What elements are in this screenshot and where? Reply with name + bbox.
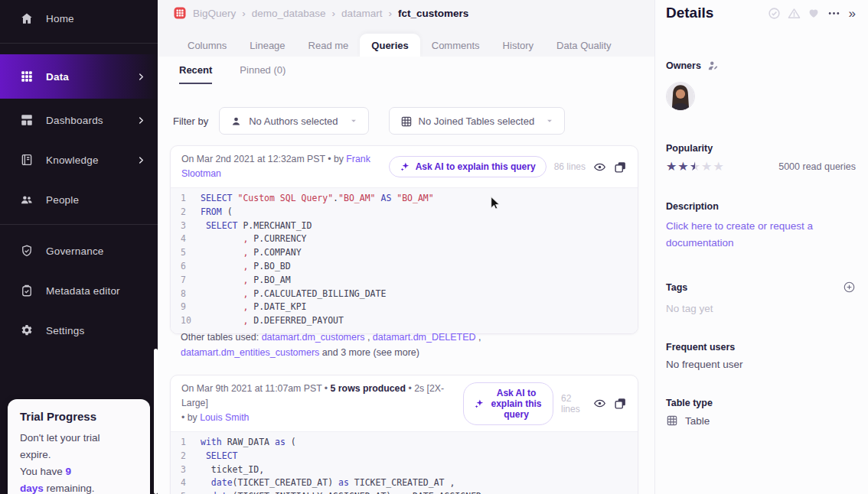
sidebar-divider (0, 224, 158, 225)
related-table-link[interactable]: datamart.dm_DELETED (373, 332, 476, 343)
breadcrumb-separator: › (242, 8, 246, 19)
table-grid-icon (666, 414, 678, 427)
code-line: 2FROM ( (171, 206, 638, 219)
trial-line1b: expire. (20, 449, 51, 460)
star-icon: ★ (713, 160, 724, 173)
owner-avatar[interactable] (666, 82, 695, 111)
code-text: , P.CURRENCY (201, 232, 307, 246)
breadcrumb-schema[interactable]: datamart (341, 8, 382, 19)
tab-read-me[interactable]: Read me (297, 34, 361, 59)
filter-row: Filter by No Authors selected No Joined … (173, 107, 574, 135)
ask-ai-button[interactable]: Ask AI to explain this query (389, 156, 547, 177)
line-number: 3 (171, 219, 201, 233)
chevron-right-icon (137, 73, 145, 81)
joined-tables-filter-value: No Joined Tables selected (419, 115, 535, 127)
trial-progress-title: Trial Progress (20, 410, 138, 423)
warning-triangle-icon[interactable] (788, 7, 801, 20)
tab-history[interactable]: History (491, 34, 545, 59)
trial-progress-card[interactable]: Trial Progress Don't let your trial expi… (8, 399, 150, 494)
query-card: On Mar 9th 2021 at 11:07am PST • 5 rows … (170, 375, 638, 494)
sparkle-icon (400, 161, 410, 172)
code-text: date(TICKET_CREATED_AT) as TICKET_CREATE… (201, 476, 455, 490)
chevron-down-icon (348, 115, 359, 126)
sidebar-item-home[interactable]: Home (0, 2, 158, 35)
edit-owners-icon[interactable] (707, 60, 719, 71)
code-line: 4 date(TICKET_CREATED_AT) as TICKET_CREA… (171, 476, 638, 490)
sidebar-item-knowledge[interactable]: Knowledge (0, 143, 158, 177)
related-table-link[interactable]: datamart.dm_customers (262, 332, 365, 343)
joined-tables-filter-dropdown[interactable]: No Joined Tables selected (389, 107, 566, 135)
see-more-link[interactable]: (see more) (374, 347, 419, 358)
queries-panel: RecentPinned (0) Filter by No Authors se… (158, 57, 654, 494)
eye-icon[interactable] (593, 397, 606, 410)
query-meta: On Mar 9th 2021 at 11:07am PST • 5 rows … (181, 382, 455, 425)
popularity-label: Popularity (666, 143, 713, 154)
copy-icon[interactable] (614, 161, 627, 174)
chevron-right-icon (137, 156, 145, 164)
trial-line2b: remaining. (47, 483, 95, 494)
ask-ai-button[interactable]: Ask AI to explain this query (463, 382, 553, 425)
tab-comments[interactable]: Comments (420, 34, 491, 59)
filter-by-label: Filter by (173, 115, 208, 127)
code-text: date(TICKET_INITIALLY_ASSIGNED_AT) as DA… (201, 490, 487, 494)
sidebar-item-dashboards[interactable]: Dashboards (0, 103, 158, 137)
meta-separator: • (181, 412, 184, 423)
rows-produced: 5 rows produced (331, 383, 406, 394)
code-line: 3 ticket_ID, (171, 463, 638, 477)
query-author-link[interactable]: Louis Smith (200, 412, 249, 423)
tab-data-quality[interactable]: Data Quality (545, 34, 623, 59)
meta-separator: • (325, 383, 328, 394)
sidebar-item-people[interactable]: People (0, 183, 158, 216)
line-number: 6 (171, 260, 201, 274)
query-date: On Mar 2nd 2021 at 12:32am PST (181, 154, 325, 164)
heart-icon[interactable] (808, 7, 821, 20)
sidebar-item-label: Data (46, 71, 69, 83)
eye-icon[interactable] (593, 161, 606, 174)
tags-section-label: Tags (666, 281, 856, 294)
subtab-pinned-0-[interactable]: Pinned (0) (240, 64, 286, 84)
related-table-link[interactable]: datamart.dm_entities_customers (181, 347, 319, 358)
governance-icon (20, 244, 34, 258)
frequent-users-empty-state: No frequent user (666, 359, 856, 370)
sidebar-item-settings[interactable]: Settings (0, 314, 158, 347)
sidebar-item-metadata-editor[interactable]: Metadata editor (0, 274, 158, 307)
chevron-down-icon (544, 115, 555, 126)
copy-icon[interactable] (614, 397, 627, 410)
tags-empty-state: No tag yet (666, 303, 856, 314)
sidebar-item-label: Knowledge (46, 154, 99, 166)
line-number: 2 (171, 450, 201, 463)
sidebar-item-data[interactable]: Data (0, 54, 158, 99)
sidebar-item-label: Home (46, 13, 74, 24)
other-tables-text: Other tables used: (181, 332, 262, 343)
table-type-value-row: Table (666, 414, 856, 427)
star-icon: ★ (701, 160, 713, 173)
code-text: with RAW_DATA as ( (201, 436, 296, 450)
tab-bar: ColumnsLineageRead meQueriesCommentsHist… (176, 34, 623, 59)
tab-columns[interactable]: Columns (176, 34, 238, 59)
sidebar-scrollbar[interactable] (154, 349, 158, 494)
tab-queries[interactable]: Queries (360, 34, 419, 59)
subtab-recent[interactable]: Recent (179, 64, 212, 84)
authors-filter-dropdown[interactable]: No Authors selected (219, 107, 368, 135)
code-text: SELECT "Custom SQL Query"."BO_AM" AS "BO… (201, 192, 434, 206)
add-tag-icon[interactable] (843, 281, 856, 294)
check-circle-icon[interactable] (768, 7, 781, 20)
breadcrumb-root[interactable]: BigQuery (193, 8, 236, 19)
sidebar: HomeDataDashboardsKnowledgePeopleGoverna… (0, 0, 158, 494)
breadcrumb-database[interactable]: demo_database (252, 8, 326, 19)
dashboards-icon (20, 113, 34, 127)
line-number: 7 (171, 274, 201, 288)
line-number: 8 (171, 288, 201, 301)
people-icon (20, 193, 34, 206)
code-line: 7 , P.BO_AM (171, 274, 638, 288)
tab-lineage[interactable]: Lineage (238, 34, 296, 59)
more-options-icon[interactable] (827, 7, 840, 20)
query-date: On Mar 9th 2021 at 11:07am PST (181, 383, 321, 394)
create-documentation-link[interactable]: Click here to create or request a docume… (666, 218, 842, 252)
code-text: , P.COMPANY (201, 246, 302, 260)
lines-count: 62 lines (561, 393, 586, 414)
collapse-panel-icon[interactable]: » (849, 7, 856, 20)
trial-line2a: You have (20, 466, 63, 477)
sidebar-item-governance[interactable]: Governance (0, 234, 158, 268)
table-type-label: Table type (666, 398, 713, 408)
